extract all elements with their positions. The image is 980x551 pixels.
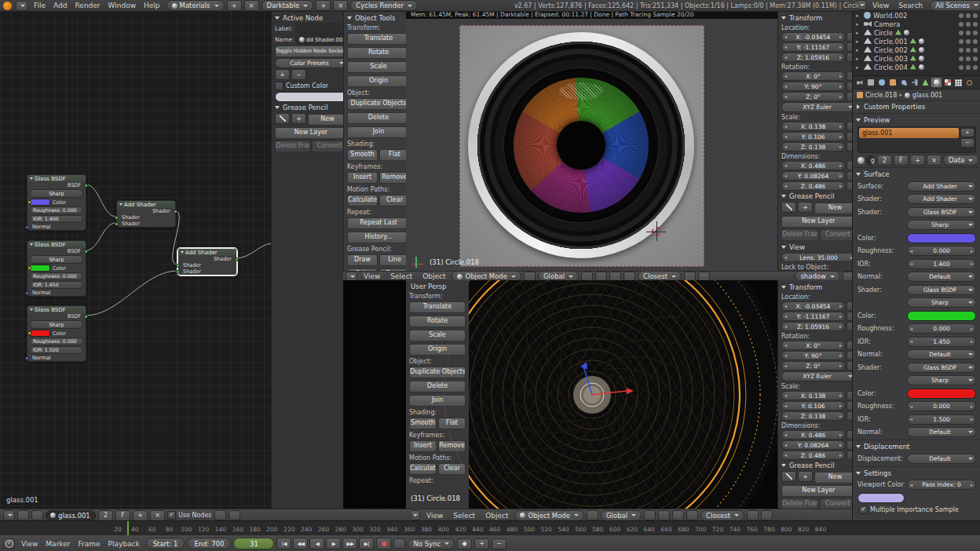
tool-rotate[interactable]: Rotate xyxy=(409,316,466,327)
surface-panel-header[interactable]: Surface xyxy=(853,170,980,179)
visibility-toggle-icon[interactable] xyxy=(959,13,964,18)
grease-convert-button[interactable]: Convert xyxy=(312,140,347,152)
timeline-menu-frame[interactable]: Frame xyxy=(74,540,104,548)
remove-preset-button[interactable]: − xyxy=(291,69,306,80)
transform-rotation-x[interactable]: ◂X: 0°▸ xyxy=(781,341,845,350)
timeline-menu-view[interactable]: View xyxy=(17,540,42,548)
outliner-scope-dropdown[interactable]: All Scenes xyxy=(930,0,980,11)
tool-join[interactable]: Join xyxy=(347,126,410,138)
prop-color-swatch-4[interactable] xyxy=(907,233,976,243)
play-reverse-fast-button[interactable]: ◀◀ xyxy=(293,538,308,549)
grease-pencil-panel-header[interactable]: Grease Pencil xyxy=(781,192,856,201)
outliner-item-circle[interactable]: ▸Circle xyxy=(853,28,980,37)
node-glass-bsdf-0[interactable]: Glass BSDFBSDFSharpColorRoughness: 0.000… xyxy=(27,174,86,231)
data-mode-dropdown[interactable]: Data xyxy=(943,155,978,166)
visibility-toggle-icon[interactable] xyxy=(959,57,964,61)
new-datablock-button[interactable]: + xyxy=(133,510,148,521)
play-button[interactable]: ▶ xyxy=(326,538,341,549)
shader-input-socket[interactable] xyxy=(176,264,180,268)
grease-add-button[interactable]: + xyxy=(798,471,813,482)
opengl-render-icon[interactable] xyxy=(747,510,759,520)
transform-scale-x[interactable]: ◂X: 0.138▸ xyxy=(781,122,845,131)
output-socket[interactable] xyxy=(84,315,88,319)
sync-magnet-icon[interactable] xyxy=(393,538,405,549)
viewport-menu-select[interactable]: Select xyxy=(449,512,479,520)
manipulator-translate-icon[interactable] xyxy=(644,510,656,520)
node-custom-color-swatch[interactable] xyxy=(275,92,347,102)
opengl-render-anim-icon[interactable] xyxy=(761,510,773,520)
tool-delete[interactable]: Delete xyxy=(347,112,410,124)
transform-orientation-dropdown[interactable]: Global xyxy=(601,510,642,521)
distribution-select[interactable]: Sharp xyxy=(30,189,83,198)
prop-select-shader-1[interactable]: Add Shader xyxy=(907,194,976,204)
prop-select-shader-2[interactable]: Glass BSDF xyxy=(907,207,976,217)
node-tree-name-field[interactable]: glass.001 xyxy=(46,510,96,521)
properties-tab-texture[interactable] xyxy=(942,78,953,87)
scene-dropdown[interactable]: Darktable xyxy=(261,0,314,11)
transform-dimensions-z[interactable]: ◂Z: 0.486▸ xyxy=(781,181,845,191)
param-slider-roughness-0-000[interactable]: Roughness: 0.000 xyxy=(30,338,83,345)
renderability-toggle-icon[interactable] xyxy=(973,57,978,61)
transform-panel-header[interactable]: Transform xyxy=(781,13,856,23)
tool-join[interactable]: Join xyxy=(409,395,466,407)
new-material-button[interactable]: + xyxy=(910,155,925,166)
shader-input-socket[interactable] xyxy=(115,216,119,220)
timeline-menu-marker[interactable]: Marker xyxy=(42,540,74,548)
normal-socket[interactable] xyxy=(25,356,29,360)
tool-translate[interactable]: Translate xyxy=(409,301,466,313)
transform-dimensions-y[interactable]: ◂Y: 0.08264▸ xyxy=(781,171,845,181)
properties-tab-constraints[interactable] xyxy=(898,78,909,87)
node-glass-bsdf-4[interactable]: Glass BSDFBSDFSharpColorRoughness: 0.000… xyxy=(27,305,86,362)
visibility-toggle-icon[interactable] xyxy=(959,22,964,27)
color-socket[interactable] xyxy=(27,266,31,270)
tool-repeat-last[interactable]: Repeat Last xyxy=(347,217,410,229)
tool-insert[interactable]: Insert xyxy=(409,440,437,452)
grease-pencil-panel-header[interactable]: Grease Pencil xyxy=(781,461,856,470)
tool-smooth[interactable]: Smooth xyxy=(347,149,378,161)
param-slider-ior-1-450[interactable]: IOR: 1.450 xyxy=(30,281,83,289)
properties-tab-scene[interactable] xyxy=(865,78,876,87)
materials-browse-dropdown[interactable]: Materials xyxy=(166,0,225,11)
color-swatch[interactable] xyxy=(30,199,50,206)
prop-select-normal-19[interactable]: Default xyxy=(907,427,976,437)
unlink-material-button[interactable]: × xyxy=(927,155,942,166)
transform-dimensions-x[interactable]: ◂X: 0.486▸ xyxy=(781,161,845,170)
param-slider-ior-1-400[interactable]: IOR: 1.400 xyxy=(30,215,83,223)
properties-tab-material[interactable] xyxy=(931,78,942,87)
selectability-toggle-icon[interactable] xyxy=(966,48,971,53)
transform-location-z[interactable]: ◂Z: 1.05916▸ xyxy=(781,322,845,331)
visibility-toggle-icon[interactable] xyxy=(959,65,964,70)
timeline-ruler[interactable]: 2040608010012014016018020022024026028030… xyxy=(0,520,980,535)
properties-tab-world[interactable] xyxy=(876,78,887,87)
slot-remove-button[interactable]: − xyxy=(960,138,975,148)
viewport-menu-object[interactable]: Object xyxy=(481,512,512,520)
transform-scale-y[interactable]: ◂Y: 0.106▸ xyxy=(781,132,845,141)
outliner-menu-view[interactable]: View xyxy=(868,2,893,9)
delete-scene-button[interactable]: × xyxy=(333,0,348,11)
properties-tab-object[interactable] xyxy=(887,78,898,87)
add-material-button[interactable]: + xyxy=(227,0,242,11)
viewport-shading-icon[interactable] xyxy=(587,510,598,520)
multiple-importance-checkbox[interactable]: Multiple Importance Sample xyxy=(859,505,975,514)
grease-pencil-panel-header[interactable]: Grease Pencil xyxy=(275,103,347,112)
manipulator-scale-icon[interactable] xyxy=(672,510,684,520)
keying-set-icon[interactable]: ◆ xyxy=(457,538,472,549)
grease-draw-pencil-icon[interactable] xyxy=(275,113,290,124)
snap-target-dropdown[interactable]: Closest xyxy=(700,510,744,521)
viewport-menu-view[interactable]: View xyxy=(360,272,384,280)
color-swatch[interactable] xyxy=(30,265,50,272)
transform-panel-header[interactable]: Transform xyxy=(781,283,856,292)
prop-number-roughness-17[interactable]: ◂0.000▸ xyxy=(907,401,976,411)
transform-location-y[interactable]: ◂Y: -1.11167▸ xyxy=(781,312,845,321)
mode-dropdown[interactable]: Object Mode xyxy=(514,510,584,521)
add-scene-button[interactable]: + xyxy=(316,0,331,11)
distribution-select[interactable]: Sharp xyxy=(30,320,83,329)
fake-user-button[interactable]: F xyxy=(115,510,130,521)
node-editor-canvas[interactable]: Glass BSDFBSDFSharpColorRoughness: 0.000… xyxy=(0,11,271,509)
visibility-toggle-icon[interactable] xyxy=(959,39,964,44)
object-tools-panel-header[interactable]: Object Tools xyxy=(347,13,410,23)
custom-properties-panel-header[interactable]: Custom Properties xyxy=(853,102,980,111)
delete-keyframe-icon[interactable]: − xyxy=(492,538,506,549)
transform-dimensions-y[interactable]: ◂Y: 0.08264▸ xyxy=(781,440,845,450)
selectability-toggle-icon[interactable] xyxy=(966,31,971,35)
